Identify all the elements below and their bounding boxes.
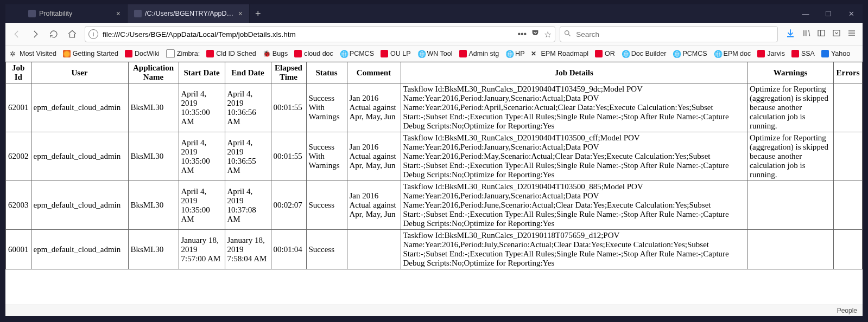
window-controls: — ☐ ✕	[794, 4, 863, 23]
cell-user: epm_default_cloud_admin	[31, 132, 128, 181]
close-tab-icon[interactable]: ×	[238, 9, 243, 18]
maximize-button[interactable]: ☐	[817, 4, 840, 23]
url-input[interactable]	[102, 30, 514, 39]
bookmark-wn-tool[interactable]: WN Tool	[416, 50, 454, 57]
bookmark-label: Cld ID Sched	[216, 50, 256, 57]
bookmark-zimbra[interactable]: Zimbra:	[165, 49, 201, 58]
tab-profitability[interactable]: Profitability ×	[22, 4, 128, 23]
url-bar[interactable]: i ••• ☆	[85, 26, 555, 42]
cell-warnings	[747, 230, 834, 269]
star-icon	[10, 50, 17, 57]
col-user: User	[31, 62, 128, 83]
tab-strip: Profitability × /C:/Users/BGENTRY/AppDat…	[5, 4, 794, 23]
search-icon	[563, 29, 572, 39]
bookmark-bugs[interactable]: Bugs	[262, 50, 289, 57]
bookmarks-bar: Most Visited Getting Started DocWiki Zim…	[5, 46, 863, 62]
col-status: Status	[306, 62, 347, 83]
bookmark-pcmcs[interactable]: PCMCS	[339, 50, 375, 57]
table-row: 62001 epm_default_cloud_admin BksML30 Ap…	[6, 83, 863, 132]
bookmark-getting-started[interactable]: Getting Started	[62, 50, 119, 57]
page-content: Job Id User Application Name Start Date …	[5, 62, 863, 305]
cell-elapsed: 00:01:55	[271, 132, 306, 181]
bookmark-label: PCMCS	[682, 50, 707, 57]
bookmark-star-icon[interactable]: ☆	[544, 29, 552, 40]
col-details: Job Details	[401, 62, 747, 83]
cell-comment: Jan 2016 Actual against Apr, May, Jun	[347, 181, 401, 230]
oracle-icon	[206, 50, 214, 57]
tab-jobdetails[interactable]: /C:/Users/BGENTRY/AppData/Loca ×	[128, 4, 250, 23]
table-row: 62002 epm_default_cloud_admin BksML30 Ap…	[6, 132, 863, 181]
cell-jobid: 62002	[6, 132, 31, 181]
globe-icon	[622, 50, 629, 57]
home-button[interactable]	[64, 26, 80, 42]
table-row: 62003 epm_default_cloud_admin BksML30 Ap…	[6, 181, 863, 230]
bookmark-label: PCMCS	[350, 50, 374, 57]
new-tab-button[interactable]: +	[250, 4, 267, 23]
page-actions-icon[interactable]: •••	[517, 29, 527, 39]
tool-icon	[531, 50, 538, 57]
menu-icon[interactable]	[847, 29, 856, 40]
bookmark-label: Bugs	[273, 50, 288, 57]
reload-button[interactable]	[46, 26, 62, 42]
cell-elapsed: 00:01:55	[271, 83, 306, 132]
search-bar[interactable]	[560, 26, 778, 42]
browser-window: Profitability × /C:/Users/BGENTRY/AppDat…	[5, 4, 863, 316]
bookmark-admin-stg[interactable]: Admin stg	[458, 50, 500, 57]
bookmark-label: Doc Builder	[631, 50, 667, 57]
cell-end: January 18, 2019 7:58:04 AM	[225, 230, 271, 269]
bookmark-jarvis[interactable]: Jarvis	[756, 50, 786, 57]
bookmark-docwiki[interactable]: DocWiki	[124, 50, 161, 57]
bookmark-yahoo[interactable]: Yahoo	[820, 50, 851, 57]
cell-comment	[347, 230, 401, 269]
bookmark-epm-doc[interactable]: EPM doc	[713, 50, 752, 57]
bookmark-or[interactable]: OR	[594, 50, 616, 57]
cell-details: Taskflow Id:BksML30_RunCalcs_D20190404T1…	[401, 132, 747, 181]
oracle-icon	[125, 50, 132, 57]
library-icon[interactable]	[802, 29, 810, 40]
oracle-icon	[791, 50, 799, 57]
status-people[interactable]: People	[837, 307, 857, 314]
downloads-icon[interactable]	[785, 28, 795, 40]
status-bar: People	[5, 305, 863, 316]
bookmark-cld-id-sched[interactable]: Cld ID Sched	[205, 50, 257, 57]
tab-favicon	[134, 10, 142, 17]
bookmark-most-visited[interactable]: Most Visited	[9, 50, 58, 57]
bookmark-cloud-doc[interactable]: cloud doc	[293, 50, 334, 57]
site-info-icon[interactable]: i	[88, 29, 98, 39]
table-header-row: Job Id User Application Name Start Date …	[6, 62, 863, 83]
cell-app: BksML30	[128, 181, 179, 230]
col-elapsed: Elapsed Time	[271, 62, 306, 83]
cell-errors	[834, 83, 863, 132]
cell-app: BksML30	[128, 230, 179, 269]
svg-rect-1	[818, 30, 825, 36]
pocket-toolbar-icon[interactable]	[832, 29, 841, 40]
bookmark-hp[interactable]: HP	[504, 50, 525, 57]
oracle-icon	[757, 50, 765, 57]
minimize-button[interactable]: —	[794, 4, 817, 23]
bookmark-pcmcs2[interactable]: PCMCS	[671, 50, 708, 57]
back-button[interactable]	[9, 26, 25, 42]
cell-errors	[834, 230, 863, 269]
close-window-button[interactable]: ✕	[840, 4, 863, 23]
col-end: End Date	[225, 62, 271, 83]
bookmark-doc-builder[interactable]: Doc Builder	[620, 50, 668, 57]
cell-jobid: 60001	[6, 230, 31, 269]
oracle-icon	[381, 50, 388, 57]
sidebar-icon[interactable]	[817, 29, 826, 40]
pocket-icon[interactable]	[531, 29, 540, 40]
col-comment: Comment	[347, 62, 401, 83]
forward-button[interactable]	[27, 26, 43, 42]
bookmark-epm-roadmap[interactable]: EPM Roadmapl	[530, 50, 590, 57]
cell-details: Taskflow Id:BksML30_RunCalcs_D20190404T1…	[401, 181, 747, 230]
nav-toolbar: i ••• ☆	[5, 23, 863, 46]
svg-point-0	[565, 31, 569, 35]
bookmark-ssa[interactable]: SSA	[790, 50, 816, 57]
cell-end: April 4, 2019 10:37:08 AM	[225, 181, 271, 230]
bookmark-ou-lp[interactable]: OU LP	[379, 50, 412, 57]
cell-start: April 4, 2019 10:35:00 AM	[179, 83, 225, 132]
close-tab-icon[interactable]: ×	[116, 9, 121, 18]
bookmark-label: SSA	[801, 50, 815, 57]
search-input[interactable]	[575, 30, 774, 39]
bookmark-label: EPM Roadmapl	[541, 50, 588, 57]
cell-jobid: 62001	[6, 83, 31, 132]
